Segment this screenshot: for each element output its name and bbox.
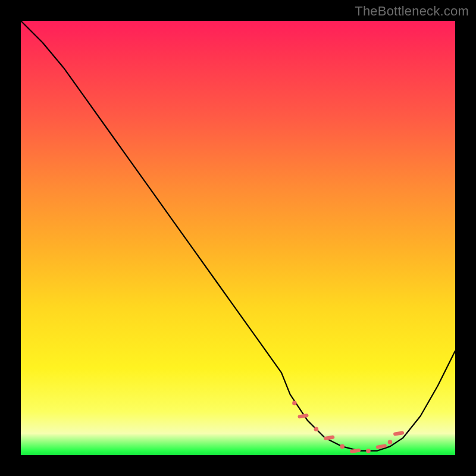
bottleneck-curve (21, 21, 455, 451)
curve-svg (21, 21, 455, 455)
marker-dot (388, 440, 393, 444)
watermark-text: TheBottleneck.com (355, 4, 469, 19)
marker-dash (300, 415, 307, 416)
chart-frame: TheBottleneck.com (0, 0, 476, 476)
marker-dash (378, 446, 385, 447)
plot-area (21, 21, 455, 455)
highlighted-range-markers (292, 401, 402, 453)
marker-dot (340, 444, 345, 449)
marker-dot (366, 449, 371, 453)
marker-dash (352, 450, 359, 452)
marker-dot (292, 401, 297, 406)
marker-dash (325, 437, 333, 439)
marker-dash (395, 433, 402, 434)
marker-dot (314, 427, 319, 431)
